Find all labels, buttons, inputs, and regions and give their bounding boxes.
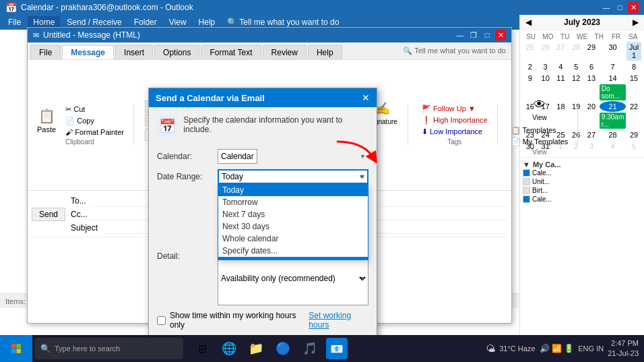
msg-maximize-btn[interactable]: □: [482, 30, 492, 40]
cal-checkbox-calendar[interactable]: [523, 169, 530, 177]
day-header-sa: SA: [625, 33, 641, 40]
cal-day-15[interactable]: 15: [626, 73, 641, 100]
tab-options[interactable]: Options: [154, 45, 199, 59]
taskbar-right: 🌤 31°C Haze 🔊 📶 🔋 ENG IN 2:47 PM 21-Jul-…: [480, 338, 644, 359]
cal-day-14[interactable]: 14: [600, 73, 626, 84]
cal-prev-button[interactable]: ◀: [525, 18, 532, 27]
cal-day-25-prev[interactable]: 25: [523, 42, 538, 61]
working-hours-checkbox[interactable]: [157, 316, 166, 325]
ie-icon[interactable]: 🔵: [272, 338, 294, 359]
cal-day-29-w5[interactable]: 29: [626, 129, 641, 140]
ribbon-tabs: File Message Insert Options Format Text …: [28, 42, 511, 60]
tab-review[interactable]: Review: [263, 45, 307, 59]
cal-checkbox-united[interactable]: [523, 178, 530, 185]
tab-help[interactable]: Help: [308, 45, 342, 59]
tab-format-text[interactable]: Format Text: [201, 45, 261, 59]
cal-day-7[interactable]: 7: [600, 61, 626, 72]
day-header-su: SU: [523, 33, 539, 40]
detail-label: Detail:: [157, 251, 218, 261]
cal-day-3-next[interactable]: 3: [584, 141, 599, 152]
weather-text: 31°C Haze: [499, 344, 535, 353]
file-explorer-icon[interactable]: 📁: [245, 338, 267, 359]
cal-day-13[interactable]: 13: [584, 73, 599, 100]
set-working-hours-link[interactable]: Set working hours: [309, 311, 368, 330]
date-range-select-wrapper[interactable]: Today ▼ Today Tomorrow Next 7 days Next …: [218, 169, 368, 184]
cal-day-5-next[interactable]: 5: [626, 141, 641, 152]
task-view-icon[interactable]: ⊟: [191, 338, 213, 359]
dropdown-item-whole[interactable]: Whole calendar: [218, 233, 368, 245]
msg-minimize-btn[interactable]: —: [455, 30, 465, 40]
start-button[interactable]: [0, 335, 32, 362]
tab-insert[interactable]: Insert: [115, 45, 153, 59]
dropdown-item-today[interactable]: Today: [218, 184, 368, 196]
low-importance-button[interactable]: ⬇ Low Importance: [419, 127, 490, 137]
calendar-sidebar: ◀ July 2023 ▶ SU MO TU WE TH FR SA 25 26…: [519, 15, 644, 335]
dropdown-item-highlighted[interactable]: [218, 257, 368, 260]
main-title-text: Calendar - prakhara306@outlook.com - Out…: [21, 3, 193, 12]
outlook-icon[interactable]: 📧: [326, 338, 348, 359]
taskbar-search-box[interactable]: 🔍 Type here to search: [35, 338, 183, 359]
cut-button[interactable]: ✂ Cut: [63, 104, 127, 115]
ribbon-group-tags: 🚩 Follow Up ▼ ❗ High Importance ⬇ Low Im…: [419, 105, 498, 144]
maximize-btn[interactable]: □: [614, 2, 625, 13]
cal-day-21-today[interactable]: 21: [600, 101, 626, 112]
send-button[interactable]: Send: [32, 208, 65, 221]
msg-close-btn[interactable]: ✕: [495, 30, 506, 40]
calendar-select-wrapper: Calendar: [218, 149, 368, 164]
media-icon[interactable]: 🎵: [299, 338, 321, 359]
cal-item-united: Unit...: [523, 177, 641, 186]
dialog-close-button[interactable]: ✕: [362, 92, 370, 103]
cal-day-27[interactable]: 27: [584, 129, 599, 140]
cal-day-26-prev[interactable]: 26: [538, 42, 553, 61]
cal-next-button[interactable]: ▶: [633, 18, 639, 27]
date-range-dropdown[interactable]: Today ▼: [218, 169, 368, 184]
my-templates-button[interactable]: 📄 My Templates: [509, 137, 571, 147]
cal-day-28-prev[interactable]: 28: [569, 42, 583, 61]
cal-item-label-cale2: Cale...: [532, 195, 552, 203]
tab-file[interactable]: File: [30, 45, 61, 59]
dialog-header: 📅 Specify the calendar information you w…: [157, 115, 368, 142]
view-templates-button[interactable]: 👁 View: [509, 94, 571, 124]
cal-day-29[interactable]: 29: [584, 42, 599, 61]
my-calendars-expand-icon[interactable]: ▼: [523, 160, 530, 169]
cal-day-30[interactable]: 30: [600, 42, 626, 61]
msg-restore-btn[interactable]: ❐: [468, 30, 479, 40]
cal-item-label-united: Unit...: [532, 178, 550, 185]
dropdown-item-next7[interactable]: Next 7 days: [218, 208, 368, 220]
cal-day-22[interactable]: 22: [626, 101, 641, 129]
follow-up-button[interactable]: 🚩 Follow Up ▼: [419, 104, 490, 114]
cal-day-27-prev[interactable]: 27: [554, 42, 569, 61]
cal-day-4[interactable]: 4: [554, 61, 569, 72]
format-painter-button[interactable]: 🖌 Format Painter: [63, 127, 127, 137]
templates-button[interactable]: 📋 Templates: [509, 125, 571, 135]
edge-icon[interactable]: 🌐: [218, 338, 240, 359]
dropdown-item-specify[interactable]: Specify dates...: [218, 245, 368, 257]
calendar-month-year: July 2023: [564, 18, 600, 27]
cal-day-3[interactable]: 3: [538, 61, 553, 72]
cal-day-1-highlight[interactable]: Jul 1: [626, 42, 641, 61]
cal-day-6[interactable]: 6: [584, 61, 599, 72]
cal-day-2[interactable]: 2: [523, 61, 538, 72]
menu-file[interactable]: File: [3, 16, 26, 28]
cal-day-12[interactable]: 12: [569, 73, 583, 100]
close-btn[interactable]: ✕: [628, 2, 639, 13]
cal-day-28[interactable]: 28: [600, 129, 626, 140]
high-importance-button[interactable]: ❗ High Importance: [419, 115, 490, 125]
cal-day-4-next[interactable]: 4: [600, 141, 626, 152]
cal-day-20[interactable]: 20: [584, 101, 599, 129]
minimize-btn[interactable]: —: [601, 2, 612, 13]
day-header-mo: MO: [540, 33, 556, 40]
weather-icon: 🌤: [486, 343, 495, 354]
dropdown-item-next30[interactable]: Next 30 days: [218, 220, 368, 233]
dropdown-item-tomorrow[interactable]: Tomorrow: [218, 196, 368, 208]
cal-item-label-calendar: Cale...: [532, 169, 552, 177]
calendar-select[interactable]: Calendar: [218, 149, 257, 164]
cal-checkbox-birthday[interactable]: [523, 187, 530, 194]
cal-day-8[interactable]: 8: [626, 61, 641, 72]
paste-button[interactable]: 📋 Paste: [33, 105, 60, 136]
tab-message[interactable]: Message: [62, 45, 114, 59]
taskbar-time-text: 2:47 PM: [608, 338, 639, 349]
copy-button[interactable]: 📄 Copy: [63, 116, 127, 126]
cal-day-5[interactable]: 5: [569, 61, 583, 72]
cal-checkbox-cale2[interactable]: [523, 195, 530, 203]
